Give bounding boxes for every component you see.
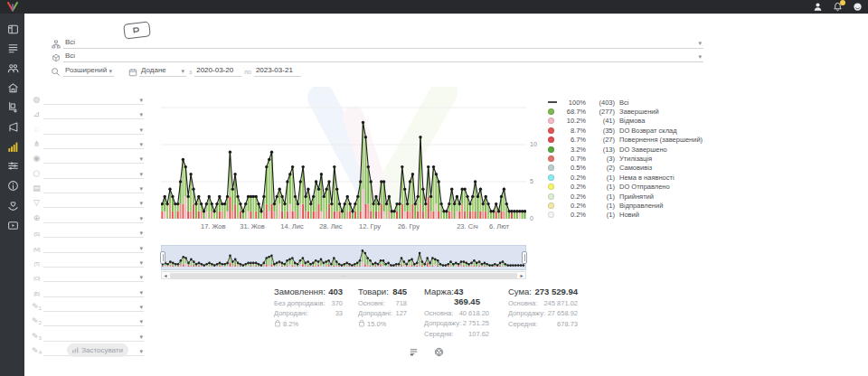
stat-sub-label: Основна: bbox=[508, 299, 537, 307]
legend-item[interactable]: 0.2%(1)DO Отправлено bbox=[548, 183, 720, 192]
x-tick-label: 31. Жов bbox=[240, 222, 265, 230]
legend-item[interactable]: 0.2%(1)Відправлений bbox=[548, 201, 720, 210]
filter-dropdown[interactable]: ▾ bbox=[43, 226, 144, 238]
filter-dropdown[interactable]: ▾ bbox=[43, 286, 144, 297]
legend-percent: 8.7% bbox=[559, 127, 586, 135]
scroll-left-icon[interactable]: ◂ bbox=[162, 272, 169, 278]
panel-badge-icon[interactable] bbox=[123, 21, 151, 39]
video-tutorials-icon[interactable] bbox=[6, 219, 19, 231]
marketing-icon[interactable] bbox=[6, 121, 19, 134]
filter-row-13: {О}▾ bbox=[30, 268, 144, 282]
filter-dropdown[interactable]: ▾ bbox=[43, 93, 144, 105]
brace-m-icon: {М} bbox=[30, 247, 43, 253]
filter-dropdown[interactable]: ▾ bbox=[43, 300, 144, 312]
legend-dot-swatch bbox=[548, 155, 559, 162]
filter-dropdown[interactable]: ▾ bbox=[43, 137, 144, 149]
stat-sum: Сума:273 529.94Основна:245 871.02Допрода… bbox=[508, 287, 578, 328]
search-icon[interactable] bbox=[48, 67, 63, 77]
chevron-down-icon: ▾ bbox=[139, 289, 143, 296]
notifications-bell-icon[interactable] bbox=[832, 2, 843, 13]
filter-dropdown[interactable]: ▾ bbox=[43, 270, 144, 282]
date-field-select[interactable]: Додане▾ bbox=[139, 66, 186, 77]
product-filter-row: Всі▾ bbox=[49, 52, 703, 62]
stat-sub-label: Допродані: bbox=[358, 309, 392, 317]
store-icon[interactable] bbox=[6, 81, 19, 94]
filter-row-2: ⊿▾ bbox=[30, 106, 144, 119]
mini-chart-icon bbox=[72, 347, 79, 353]
orders-list-icon[interactable] bbox=[6, 42, 19, 55]
chevron-down-icon: ▾ bbox=[108, 68, 112, 74]
legend-item[interactable]: 0.2%(1)Прийнятий bbox=[548, 192, 720, 201]
filter-dropdown[interactable]: ▾ bbox=[43, 152, 144, 164]
info-icon[interactable] bbox=[6, 180, 19, 193]
legend-line-swatch bbox=[548, 101, 559, 103]
stat-sub-label: Середня: bbox=[424, 330, 453, 338]
legend-label: Самовивіз bbox=[619, 164, 652, 172]
filter-dropdown[interactable]: ▾ bbox=[43, 315, 144, 326]
filter-dropdown[interactable]: ▾ bbox=[43, 182, 144, 193]
partners-icon[interactable] bbox=[6, 199, 19, 212]
date-to-input[interactable]: 2023-03-21 bbox=[254, 66, 301, 77]
chevron-down-icon: ▾ bbox=[139, 230, 143, 236]
filter-dropdown[interactable]: ▾ bbox=[43, 196, 144, 208]
notification-badge bbox=[840, 0, 845, 5]
filter-dropdown[interactable]: ▾ bbox=[43, 108, 144, 119]
navigator-right-handle[interactable] bbox=[522, 251, 527, 264]
legend-count: (2) bbox=[586, 164, 615, 172]
legend-count: (1) bbox=[586, 183, 615, 191]
legend-percent: 6.7% bbox=[559, 136, 586, 144]
filter-dropdown[interactable]: ▾ bbox=[43, 330, 144, 342]
scrollbar-thumb[interactable]: ⋯ bbox=[170, 273, 517, 278]
legend-percent: 100% bbox=[559, 99, 586, 107]
legend-item[interactable]: 0.2%(1)Нема в наявності bbox=[548, 173, 720, 182]
legend-percent: 0.2% bbox=[559, 211, 586, 219]
filter-dropdown[interactable]: ▾ bbox=[43, 123, 144, 135]
product-filter-input[interactable]: Всі▾ bbox=[63, 52, 703, 62]
settings-sliders-icon[interactable] bbox=[6, 160, 19, 173]
legend-item[interactable]: 10.2%(41)Відмова bbox=[548, 117, 720, 126]
filter-dropdown[interactable]: ▾ bbox=[43, 212, 144, 223]
legend-item[interactable]: 0.2%(1)Новий bbox=[548, 211, 720, 220]
scroll-right-icon[interactable]: ▸ bbox=[518, 272, 525, 278]
filter-row-15: ✎₁▾ bbox=[30, 298, 144, 312]
filter-row-1: ◍▾ bbox=[30, 91, 144, 105]
legend-item[interactable]: 0.7%(3)Утилізація bbox=[548, 154, 720, 163]
chart-scrollbar[interactable]: ◂ ⋯ ▸ bbox=[161, 271, 526, 279]
legend-dot-swatch bbox=[548, 146, 559, 153]
customers-icon[interactable] bbox=[6, 61, 19, 74]
products-globe-icon[interactable] bbox=[433, 346, 444, 357]
date-from-input[interactable]: 2020-03-20 bbox=[194, 66, 241, 77]
category-filter-input[interactable]: Всі▾ bbox=[63, 38, 703, 49]
topbar-actions bbox=[812, 0, 863, 14]
supply-cart-icon[interactable] bbox=[6, 101, 19, 114]
legend-item[interactable]: 0.5%(2)Самовивіз bbox=[548, 164, 720, 173]
legend-item[interactable]: 3.2%(13)DO Завершено bbox=[548, 145, 720, 154]
legend-item[interactable]: 8.7%(35)DO Возврат склад bbox=[548, 126, 720, 135]
user-icon[interactable] bbox=[812, 2, 823, 13]
navigator-left-handle[interactable] bbox=[160, 251, 165, 264]
dashboard-icon[interactable] bbox=[6, 23, 19, 35]
avatar-icon[interactable] bbox=[852, 2, 863, 13]
filter-dropdown[interactable]: ▾ bbox=[43, 256, 144, 268]
stat-sub-value: 370 bbox=[331, 299, 343, 307]
app-logo-icon[interactable] bbox=[7, 2, 18, 12]
legend-item[interactable]: 100%(403)Всі bbox=[548, 98, 720, 107]
main-chart[interactable] bbox=[161, 87, 526, 221]
stat-sub-label: Середня: bbox=[508, 320, 537, 328]
legend-dot-swatch bbox=[548, 118, 559, 124]
chart-navigator[interactable] bbox=[161, 245, 526, 270]
legend-item[interactable]: 68.7%(277)Завершений bbox=[548, 107, 720, 116]
custom-field-3-icon: ✎₃ bbox=[30, 333, 43, 342]
x-tick-label: 14. Лис bbox=[280, 222, 303, 230]
legend-item[interactable]: 6.7%(27)Повернення (завершений) bbox=[548, 136, 720, 145]
filter-dropdown[interactable]: ▾ bbox=[43, 167, 144, 179]
analytics-chart-icon[interactable] bbox=[6, 140, 19, 153]
filter-dropdown[interactable]: ▾ bbox=[43, 241, 144, 253]
search-mode-select[interactable]: Розширений▾ bbox=[63, 66, 114, 77]
legend-count: (1) bbox=[586, 202, 615, 210]
list-view-icon[interactable] bbox=[408, 346, 419, 357]
stat-sub-label: Допродані: bbox=[274, 309, 308, 317]
legend-count: (403) bbox=[586, 99, 615, 107]
chart-legend: 100%(403)Всі68.7%(277)Завершений10.2%(41… bbox=[548, 98, 720, 220]
apply-filters-button[interactable]: Застосувати bbox=[67, 343, 128, 357]
